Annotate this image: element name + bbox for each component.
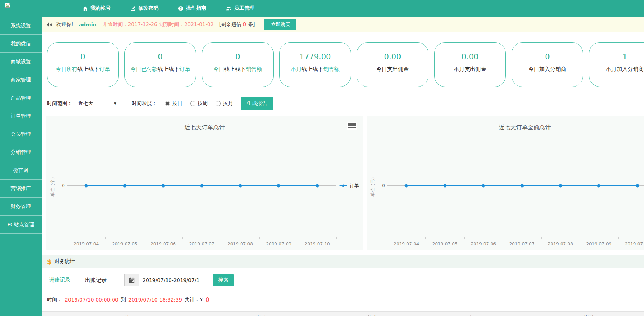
- chart-legend[interactable]: 订单: [339, 182, 359, 189]
- stat-card-label: 本月加入分销商: [589, 66, 644, 73]
- summary-end-time: 2019/07/10 18:32:39: [128, 297, 182, 303]
- logo-box: [3, 1, 69, 16]
- x-axis-tick: [105, 237, 106, 239]
- sms-remaining: [剩余短信 0 条]: [219, 21, 255, 28]
- generate-report-button[interactable]: 生成报告: [241, 97, 273, 110]
- filter-row: 时间范围： 近七天 ▼ 时间粒度： 按日按周按月 生成报告: [47, 98, 644, 109]
- x-axis-date-label: 2019-07-05: [112, 241, 137, 247]
- x-axis-tick: [580, 237, 580, 239]
- search-button[interactable]: 搜索: [213, 274, 234, 286]
- data-point: [559, 184, 562, 188]
- date-range-group: [124, 274, 203, 286]
- stat-card-value: 0.00: [435, 52, 505, 61]
- calendar-icon[interactable]: [124, 274, 139, 286]
- date-range-input[interactable]: [139, 274, 203, 286]
- x-axis-tick: [336, 237, 337, 239]
- nav-item-label: 操作指南: [186, 5, 206, 12]
- stat-card-value: 0: [512, 52, 583, 61]
- order-amount-chart-panel: 近七天订单金额总计 单位（元）02019-07-042019-07-052019…: [367, 116, 644, 250]
- speaker-icon: [46, 22, 53, 28]
- stat-cards-row: 0今日所有线上线下订单0今日已付款线上线下订单0今日线上线下销售额1779.00…: [47, 42, 644, 87]
- nav-item-1[interactable]: 我的帐号: [82, 5, 111, 12]
- x-axis-date-label: 2019-07-09: [586, 241, 611, 247]
- summary-total-label: 共计：¥: [185, 296, 203, 303]
- sidebar-item-8[interactable]: 分销管理: [0, 143, 42, 161]
- stat-card-5: 0.00今日支出佣金: [357, 42, 428, 87]
- sidebar-item-7[interactable]: 会员管理: [0, 125, 42, 143]
- stat-card-2: 0今日已付款线上线下订单: [124, 42, 196, 87]
- y-axis-label: 单位（元）: [370, 175, 376, 197]
- x-axis-date-label: 2019-07-10: [625, 241, 644, 247]
- chart-plot: 单位（个）02019-07-042019-07-052019-07-062019…: [46, 116, 363, 250]
- finance-tabs: 进账记录出账记录: [47, 273, 109, 287]
- summary-time-label: 时间：: [47, 296, 62, 303]
- sidebar-item-11[interactable]: 财务管理: [0, 198, 42, 216]
- data-point: [443, 184, 446, 188]
- stat-card-4: 1779.00本月线上线下销售额: [279, 42, 351, 87]
- radio-option-2[interactable]: 按周: [190, 100, 208, 107]
- data-point: [238, 184, 242, 188]
- time-range-select[interactable]: 近七天 ▼: [75, 98, 119, 109]
- sidebar-item-12[interactable]: PC站点管理: [0, 216, 42, 234]
- finance-summary: 时间： 2019/07/10 00:00:00 到 2019/07/10 18:…: [47, 296, 644, 303]
- x-axis-date-label: 2019-07-08: [228, 241, 253, 247]
- finance-section-title: 财务统计: [55, 258, 75, 265]
- x-axis-tick: [387, 237, 387, 239]
- stat-card-value: 1: [589, 52, 644, 61]
- x-axis-tick: [144, 237, 144, 239]
- data-point: [277, 184, 280, 188]
- stat-card-7: 0今日加入分销商: [512, 42, 583, 87]
- stat-card-label: 今日加入分销商: [512, 66, 583, 73]
- x-axis-tick: [182, 237, 183, 239]
- x-axis-date-label: 2019-07-07: [189, 241, 215, 247]
- x-axis-date-label: 2019-07-06: [151, 241, 176, 247]
- staff-icon: [226, 6, 232, 11]
- data-point: [162, 184, 165, 188]
- legend-marker: [339, 185, 347, 186]
- x-axis: [67, 237, 336, 237]
- x-axis-tick: [618, 237, 619, 239]
- data-point: [636, 184, 639, 188]
- charts-row: 近七天订单总计 单位（个）02019-07-042019-07-052019-0…: [46, 116, 644, 250]
- stat-card-value: 0.00: [357, 52, 428, 61]
- nav-item-4[interactable]: 员工管理: [226, 5, 254, 12]
- data-point: [405, 184, 408, 188]
- nav-item-label: 员工管理: [234, 5, 254, 12]
- edit-icon: [130, 6, 136, 11]
- sidebar-item-5[interactable]: 产品管理: [0, 89, 42, 107]
- radio-option-3[interactable]: 按月: [216, 100, 233, 107]
- sidebar: 系统设置我的微信商城设置商家管理产品管理订单管理会员管理分销管理微官网营销推广财…: [0, 17, 42, 316]
- sidebar-item-4[interactable]: 商家管理: [0, 71, 42, 89]
- stat-card-value: 0: [125, 52, 196, 61]
- sidebar-item-10[interactable]: 营销推广: [0, 180, 42, 198]
- help-icon: ?: [178, 6, 183, 11]
- tab-1[interactable]: 进账记录: [47, 273, 72, 287]
- nav-item-3[interactable]: ?操作指南: [178, 5, 206, 12]
- x-axis-date-label: 2019-07-04: [73, 241, 99, 247]
- radio-option-1[interactable]: 按日: [165, 100, 182, 107]
- sidebar-item-6[interactable]: 订单管理: [0, 107, 42, 125]
- sidebar-item-3[interactable]: 商城设置: [0, 53, 42, 71]
- stat-card-1: 0今日所有线上线下订单: [47, 42, 119, 87]
- sidebar-item-9[interactable]: 微官网: [0, 161, 42, 180]
- radio-icon: [216, 101, 221, 106]
- records-table-header: #订单号单价状态时间详情: [42, 311, 644, 316]
- radio-icon: [190, 101, 195, 106]
- data-point: [482, 184, 485, 188]
- svg-text:?: ?: [180, 6, 182, 10]
- welcome-bar: 欢迎你! admin 开通时间：2017-12-26 到期时间：2021-01-…: [42, 17, 644, 32]
- nav-item-2[interactable]: 修改密码: [130, 5, 158, 12]
- granularity-radio-group: 按日按周按月: [157, 100, 233, 107]
- stat-card-label: 本月支出佣金: [435, 66, 505, 73]
- sidebar-item-1[interactable]: 系统设置: [0, 17, 42, 35]
- x-axis-tick: [259, 237, 260, 239]
- tab-2[interactable]: 出账记录: [83, 274, 109, 287]
- sidebar-item-2[interactable]: 我的微信: [0, 35, 42, 53]
- buy-now-button[interactable]: 立即购买: [264, 19, 296, 30]
- data-point: [597, 184, 601, 188]
- x-axis-tick: [298, 237, 298, 239]
- summary-start-time: 2019/07/10 00:00:00: [65, 297, 118, 303]
- summary-total-value: 0: [206, 296, 209, 303]
- nav-item-label: 修改密码: [138, 5, 158, 12]
- x-axis-tick: [464, 237, 465, 239]
